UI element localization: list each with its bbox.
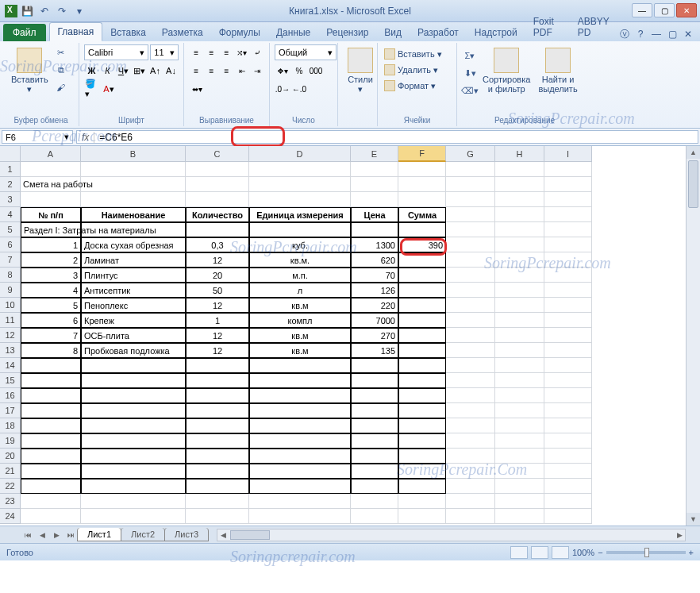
cell[interactable]: № п/п	[21, 207, 81, 222]
cell[interactable]: куб.	[249, 237, 351, 252]
cell[interactable]	[495, 343, 544, 358]
cell[interactable]: 1300	[351, 237, 398, 252]
cell[interactable]	[21, 403, 81, 418]
row-header[interactable]: 17	[0, 403, 21, 418]
redo-button[interactable]: ↷	[54, 3, 70, 19]
minimize-button[interactable]: —	[632, 3, 652, 17]
font-size-select[interactable]: 11▾	[150, 44, 179, 60]
row-header[interactable]: 24	[0, 509, 21, 524]
cell[interactable]: 1	[186, 313, 249, 328]
row-header[interactable]: 6	[0, 237, 21, 252]
cell[interactable]	[495, 283, 544, 298]
cell[interactable]	[544, 298, 592, 313]
cell[interactable]	[81, 358, 186, 373]
cell[interactable]	[398, 509, 446, 524]
cell[interactable]: 5	[21, 298, 81, 313]
close-button[interactable]: ✕	[676, 3, 697, 17]
cell[interactable]: 620	[351, 252, 398, 268]
row-header[interactable]: 20	[0, 449, 21, 464]
cell[interactable]	[186, 162, 249, 177]
cell[interactable]: 50	[186, 283, 249, 298]
hscroll-thumb[interactable]	[230, 530, 270, 540]
cell[interactable]	[446, 433, 495, 449]
cell[interactable]	[21, 509, 81, 524]
column-header-B[interactable]: B	[81, 146, 186, 162]
cell[interactable]	[21, 388, 81, 403]
cell[interactable]	[446, 509, 495, 524]
row-header[interactable]: 10	[0, 298, 21, 313]
cell[interactable]	[249, 479, 351, 494]
cell[interactable]	[544, 162, 592, 177]
cell[interactable]	[446, 298, 495, 313]
cell[interactable]: 390	[398, 237, 446, 252]
save-button[interactable]: 💾	[19, 3, 35, 19]
cell[interactable]	[81, 418, 186, 433]
cell[interactable]	[398, 358, 446, 373]
cell[interactable]	[544, 222, 592, 237]
scroll-left-icon[interactable]: ◀	[217, 529, 229, 541]
cell[interactable]	[544, 177, 592, 192]
sheet-nav-prev[interactable]: ◀	[35, 528, 49, 542]
decrease-decimal-button[interactable]: ←.0	[291, 81, 307, 97]
column-header-H[interactable]: H	[495, 146, 544, 162]
row-header[interactable]: 5	[0, 222, 21, 237]
cell[interactable]	[446, 358, 495, 373]
row-header[interactable]: 22	[0, 479, 21, 494]
cell[interactable]	[351, 177, 398, 192]
cell[interactable]	[351, 403, 398, 418]
cell[interactable]: 7000	[351, 313, 398, 328]
row-header[interactable]: 11	[0, 313, 21, 328]
align-top-button[interactable]: ≡	[189, 44, 203, 60]
underline-button[interactable]: Ч▾	[116, 63, 131, 79]
bold-button[interactable]: Ж	[84, 63, 99, 79]
fill-color-button[interactable]: 🪣▾	[84, 81, 100, 97]
delete-cells-button[interactable]: Удалить ▾	[383, 64, 452, 76]
cell[interactable]	[21, 433, 81, 449]
sort-filter-button[interactable]: Сортировка и фильтр	[479, 44, 533, 97]
cell[interactable]	[544, 328, 592, 343]
cell[interactable]: 12	[186, 328, 249, 343]
cell[interactable]	[495, 177, 544, 192]
cell[interactable]	[446, 494, 495, 509]
cell[interactable]	[398, 177, 446, 192]
cell[interactable]	[186, 509, 249, 524]
row-header[interactable]: 8	[0, 268, 21, 283]
cell[interactable]	[398, 464, 446, 479]
wrap-text-button[interactable]: ⤶	[250, 44, 264, 60]
cell[interactable]: 1	[21, 237, 81, 252]
row-header[interactable]: 12	[0, 328, 21, 343]
zoom-in-button[interactable]: +	[689, 548, 694, 557]
border-button[interactable]: ⊞▾	[132, 63, 147, 79]
name-box[interactable]: F6▾	[2, 130, 73, 144]
decrease-indent-button[interactable]: ⇤	[235, 63, 249, 79]
cell[interactable]	[249, 509, 351, 524]
cell[interactable]	[21, 373, 81, 388]
orientation-button[interactable]: ⤭▾	[235, 44, 249, 60]
tab-addins[interactable]: Надстрой	[467, 24, 525, 41]
currency-button[interactable]: ❖▾	[275, 63, 290, 79]
cell[interactable]	[186, 358, 249, 373]
increase-indent-button[interactable]: ⇥	[250, 63, 264, 79]
cell[interactable]	[544, 268, 592, 283]
view-pagebreak-button[interactable]	[552, 546, 569, 559]
sheet-nav-next[interactable]: ▶	[49, 528, 63, 542]
cell[interactable]: 135	[351, 343, 398, 358]
row-header[interactable]: 21	[0, 464, 21, 479]
cell[interactable]	[446, 207, 495, 222]
find-select-button[interactable]: Найти и выделить	[535, 44, 580, 97]
tab-formulas[interactable]: Формулы	[211, 24, 268, 41]
cell[interactable]	[81, 494, 186, 509]
autosum-button[interactable]: Σ▾	[462, 48, 478, 64]
fill-button[interactable]: ⬇▾	[462, 65, 478, 81]
cell[interactable]	[81, 479, 186, 494]
cell[interactable]	[351, 494, 398, 509]
column-header-I[interactable]: I	[544, 146, 592, 162]
cell[interactable]	[446, 418, 495, 433]
cell[interactable]	[495, 192, 544, 207]
number-format-select[interactable]: Общий▾	[275, 44, 337, 60]
cell[interactable]	[21, 449, 81, 464]
cell[interactable]	[81, 388, 186, 403]
cell[interactable]	[351, 433, 398, 449]
undo-button[interactable]: ↶	[37, 3, 52, 19]
scroll-up-icon[interactable]: ▲	[687, 146, 700, 159]
